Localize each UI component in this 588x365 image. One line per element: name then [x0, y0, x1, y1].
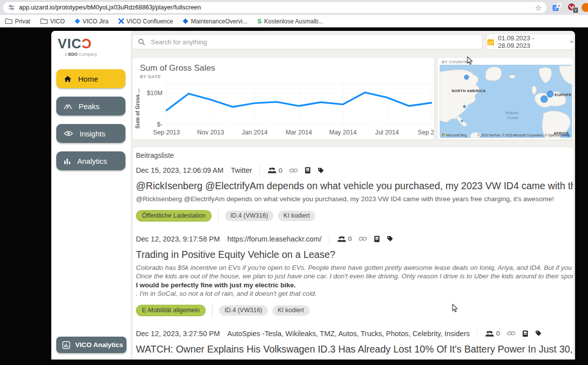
svg-text:$-: $- [157, 121, 162, 128]
sidebar-item-vico-analytics[interactable]: VICO Analytics [56, 337, 126, 353]
country-map-card[interactable]: BY COUNTRY NORTH A [437, 57, 574, 140]
date-range-picker[interactable]: 01.09.2023 - 28.09.2023 [487, 34, 574, 49]
sidebar-nav: HomePeaksInsightsAnalytics [51, 69, 131, 170]
tag-ki-kodiert[interactable]: KI kodiert [278, 211, 315, 221]
post-title[interactable]: Trading in Positive Equity Vehicle on a … [136, 248, 573, 260]
url-bar[interactable]: app.uizard.io/prototypes/bM0yoLjx03uRdz6… [3, 2, 547, 13]
audience-icon[interactable] [485, 330, 494, 337]
tag-icon[interactable] [387, 236, 393, 242]
svg-text:Jan 2014: Jan 2014 [242, 129, 268, 136]
header-divider [329, 234, 330, 243]
svg-text:Nov 2013: Nov 2013 [197, 129, 224, 136]
post-body: @RickIsenberg @ElectrifyAm depends on wh… [136, 195, 573, 204]
reach-count: 0 [496, 330, 500, 337]
post-tags: E-Mobilität allgemeinID.4 (VW316)KI kodi… [136, 304, 573, 317]
search-input[interactable] [150, 38, 476, 46]
search-bar[interactable] [132, 34, 482, 49]
sidebar-footer-label: VICO Analytics [75, 341, 123, 349]
logo-tagline: a BDO Company [65, 52, 131, 57]
chevron-down-icon [570, 40, 574, 43]
audience-icon[interactable] [337, 236, 347, 243]
bookmark-vico-confluence[interactable]: VICO Confluence [118, 18, 173, 25]
tags-divider [218, 210, 219, 222]
map-label-north-america: NORTH AMERICA [452, 89, 486, 93]
post-date: Dec 12, 2023, 9:17:58 PM [136, 235, 220, 243]
post-source[interactable]: AutoSpies -Tesla, Wikileaks, TMZ, Autos,… [227, 330, 470, 338]
map-label: BY COUNTRY [442, 60, 470, 64]
sidebar-item-label: Insights [80, 129, 106, 138]
map-label-ocean: Ocean [507, 116, 519, 120]
gross-sales-chart-card[interactable]: Sum of Gross Sales BY DATE $-$10MSep 201… [132, 57, 435, 140]
sidebar-item-home[interactable]: Home [56, 69, 125, 88]
audience-icon[interactable] [267, 167, 277, 174]
bars-icon [64, 158, 71, 164]
map-bubble[interactable] [547, 91, 554, 98]
tags-divider [212, 304, 213, 317]
sidebar-item-peaks[interactable]: Peaks [56, 97, 125, 116]
sidebar-item-insights[interactable]: Insights [56, 124, 125, 143]
world-map[interactable]: NORTH AMERICAEUROPEAFRICAAtlanticOcean M… [440, 65, 572, 138]
sidebar: VICƆ a BDO Company HomePeaksInsightsAnal… [51, 31, 131, 360]
bookmark-kostenlose-ausmalb[interactable]: SKostenlose Ausmalb... [257, 18, 323, 25]
link-icon[interactable] [507, 330, 515, 337]
tag-ki-kodiert[interactable]: KI kodiert [272, 305, 310, 316]
bookmark-vico-jira[interactable]: VICO Jira [75, 18, 109, 25]
bookmark-star-icon[interactable]: ☆ [535, 4, 542, 11]
sidebar-item-analytics[interactable]: Analytics [56, 151, 125, 170]
posts-list: Dec 15, 2023, 12:06:09 AM Twitter 0 [136, 166, 573, 360]
post-item[interactable]: Dec 12, 2023, 9:17:58 PM https://forum.l… [136, 235, 573, 317]
link-icon[interactable] [358, 236, 367, 242]
codebook-icon[interactable] [374, 236, 380, 243]
posts-card: Beitragsliste Dec 15, 2023, 12:06:09 AM … [132, 147, 574, 360]
extension-badge: 7 [573, 7, 579, 13]
site-settings-icon[interactable] [8, 4, 15, 11]
bookmark-privat[interactable]: Privat [5, 18, 30, 25]
map-bubble[interactable] [465, 75, 469, 80]
svg-text:Sep 2014: Sep 2014 [418, 129, 434, 136]
svg-text:Sep 2013: Sep 2013 [153, 129, 180, 136]
chart-title: Sum of Gross Sales [140, 63, 434, 73]
bookmark-maintenanceovervi[interactable]: MaintenanceOvervi... [183, 18, 247, 25]
tag-id-4-vw316[interactable]: ID.4 (VW316) [225, 211, 274, 221]
svg-text:A: A [558, 3, 561, 8]
map-bubble[interactable] [541, 96, 548, 103]
folder-icon [40, 18, 48, 24]
post-source[interactable]: Twitter [231, 166, 252, 174]
bookmark-label: Kostenlose Ausmalb... [264, 18, 324, 25]
sidebar-item-label: Home [78, 75, 98, 83]
translate-extension-icon[interactable]: 文A [553, 3, 562, 12]
extension-icon[interactable]: 7 [568, 3, 577, 12]
map-terms-link[interactable]: Terms [561, 133, 569, 137]
codebook-icon[interactable] [522, 330, 528, 337]
confluence-icon [118, 18, 124, 24]
codebook-icon[interactable] [305, 167, 311, 174]
tag-icon[interactable] [318, 167, 324, 174]
header-divider [259, 166, 260, 175]
tag-icon[interactable] [535, 330, 542, 337]
profile-avatar[interactable] [582, 3, 588, 12]
post-source[interactable]: https://forum.leasehackr.com/ [227, 235, 321, 243]
post-item[interactable]: Dec 12, 2023, 3:27:50 PM AutoSpies -Tesl… [136, 329, 573, 360]
bookmark-label: VICO Jira [83, 18, 109, 25]
posts-heading: Beitragsliste [136, 151, 573, 159]
logo-accent: Ɔ [82, 36, 92, 51]
logo-text: VIC [58, 36, 82, 51]
reach-count: 0 [348, 235, 352, 243]
link-icon[interactable] [289, 167, 298, 174]
bookmark-label: Privat [15, 18, 30, 25]
bookmark-vico[interactable]: VICO [40, 18, 65, 25]
tag-ffentliche-ladestation[interactable]: Öffentliche Ladestation [136, 210, 212, 222]
tag-id-4-vw316[interactable]: ID.4 (VW316) [219, 305, 268, 316]
map-bubble[interactable] [461, 120, 463, 122]
map-bubble[interactable] [464, 106, 466, 108]
post-title[interactable]: WATCH: Owner Explains His Volkswagen ID.… [136, 343, 573, 355]
post-item[interactable]: Dec 15, 2023, 12:06:09 AM Twitter 0 [136, 166, 573, 222]
vico-logo: VICƆ a BDO Company [58, 37, 131, 57]
url-text[interactable]: app.uizard.io/prototypes/bM0yoLjx03uRdz6… [19, 4, 535, 11]
post-body-line: . I'm in SoCal, so not a lot of rain, an… [136, 289, 573, 298]
tag-e-mobilit-t-allgemein[interactable]: E-Mobilität allgemein [136, 305, 206, 316]
post-body: Colorado has $5k incentive on EVs if you… [136, 263, 573, 298]
folder-icon [5, 18, 12, 24]
post-title[interactable]: @RickIsenberg @ElectrifyAm depends on wh… [136, 180, 573, 192]
eye-icon [64, 130, 73, 136]
